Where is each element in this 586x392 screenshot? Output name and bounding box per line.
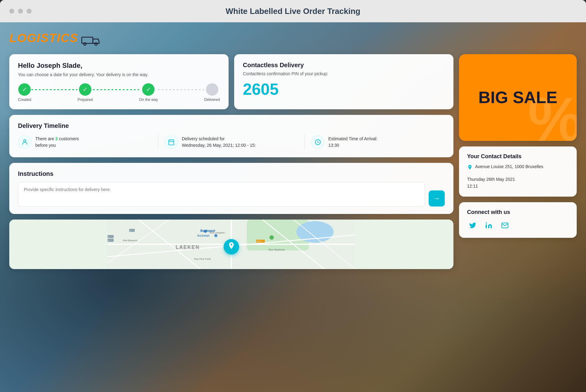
status-steps: ✓ Created ✓ Prepared ✓ On the way Delive… [18,83,220,102]
contactless-title: Contactless Delivery [243,62,445,69]
traffic-light-minimize[interactable] [18,9,23,14]
address-pin-icon [467,164,473,172]
contact-time: 12:11 [467,184,478,189]
hello-card: Hello Joseph Slade, You can choose a dat… [9,54,229,109]
location-pin-icon [227,242,235,252]
contact-title: Your Contact Details [467,153,569,160]
step-label-created: Created [18,98,31,102]
linkedin-icon[interactable] [483,220,494,231]
svg-text:Rue Stéphanie: Rue Stéphanie [269,248,285,251]
step-delivered: Delivered [204,83,220,102]
logo-truck-icon [81,35,100,47]
svg-text:LAEKEN: LAEKEN [176,245,200,250]
contact-date: Thursday 26th May 2021 [467,177,515,182]
contact-datetime: Thursday 26th May 2021 12:11 [467,176,569,190]
svg-rect-0 [82,37,93,43]
arrow-right-icon: → [433,194,440,203]
connect-title: Connect with us [467,209,569,216]
traffic-lights [9,9,32,14]
instructions-input-row: → [18,182,445,207]
svg-text:Rue Breesch: Rue Breesch [123,239,137,242]
hello-subtitle: You can choose a date for your delivery.… [18,72,220,77]
svg-point-29 [269,235,274,240]
right-column: % BIG SALE Your Contact Details Avenue L… [459,54,577,269]
timeline-divider-1 [158,134,158,150]
traffic-light-maximize[interactable] [27,9,32,14]
map-pin [224,239,239,255]
svg-point-28 [214,234,217,237]
logo-text: LOGISTICS [9,32,78,45]
timeline-card: Delivery Timeline There are 3 customersb… [9,115,453,157]
eta-text: Estimated Time of Arrival:13:30 [328,136,378,149]
svg-text:Bockstael: Bockstael [200,229,215,233]
instructions-input[interactable] [18,182,425,207]
svg-text:A: A [108,240,109,242]
timeline-divider-2 [304,134,305,150]
browser-chrome: White Labelled Live Order Tracking [0,0,586,22]
traffic-light-close[interactable] [9,9,14,14]
timeline-item-eta: Estimated Time of Arrival:13:30 [311,134,445,150]
svg-text:N277: N277 [257,241,261,242]
pin-code: 2605 [243,80,445,98]
clock-icon [311,135,325,149]
map-background: Rue Breesch Rue Léopold I Rue Stéphanie … [9,220,453,269]
step-circle-on-the-way: ✓ [142,83,155,96]
social-icons [467,220,569,231]
contactless-subtitle: Contactless confirmation PIN of your pic… [243,71,445,76]
connect-card: Connect with us [459,202,577,238]
step-circle-prepared: ✓ [79,83,91,96]
svg-point-38 [486,222,487,224]
content-container: LOGISTICS Hello Joseph Slade, You can ch… [0,22,586,275]
step-line-1 [31,89,78,90]
step-line-3 [158,89,204,90]
instructions-submit-button[interactable]: → [429,190,445,207]
logo-area: LOGISTICS [9,28,453,49]
step-circle-delivered [206,83,218,96]
timeline-items: There are 3 customersbefore you [18,134,445,150]
timeline-item-schedule: Delivery scheduled forWednesday, 26 May,… [164,134,298,150]
contact-address-row: Avenue Louise 251, 1000 Bruxelles [467,164,569,172]
step-label-prepared: Prepared [77,98,93,102]
step-line-2 [93,89,139,90]
page-title: White Labelled Live Order Tracking [9,7,577,16]
step-on-the-way: ✓ On the way [139,83,158,102]
instructions-title: Instructions [18,170,445,177]
customers-text: There are 3 customersbefore you [35,136,79,149]
instructions-card: Instructions → [9,163,453,214]
person-icon [18,135,32,149]
step-created: ✓ Created [18,83,31,102]
svg-point-27 [204,230,207,233]
step-label-delivered: Delivered [204,98,220,102]
contactless-card: Contactless Delivery Contactless confirm… [234,54,453,109]
svg-point-4 [24,140,26,142]
timeline-item-customers: There are 3 customersbefore you [18,134,152,150]
svg-text:A: A [130,230,131,232]
hello-title: Hello Joseph Slade, [18,62,220,70]
step-circle-created: ✓ [18,83,31,96]
schedule-text: Delivery scheduled forWednesday, 26 May,… [182,136,256,149]
svg-point-1 [84,43,86,45]
svg-text:Rue Fine Forêt: Rue Fine Forêt [194,258,211,260]
email-icon[interactable] [499,220,510,231]
sale-text: BIG SALE [478,88,557,107]
main-wrapper: LOGISTICS Hello Joseph Slade, You can ch… [0,22,586,392]
calendar-icon [164,135,178,149]
contact-card: Your Contact Details Avenue Louise 251, … [459,146,577,197]
svg-text:Bockstael: Bockstael [197,234,209,237]
step-prepared: ✓ Prepared [77,83,93,102]
svg-point-2 [95,43,97,45]
contact-address-text: Avenue Louise 251, 1000 Bruxelles [475,164,543,169]
timeline-title: Delivery Timeline [18,122,445,129]
svg-text:A: A [108,236,109,238]
step-label-on-the-way: On the way [139,98,158,102]
svg-rect-5 [169,140,174,145]
twitter-icon[interactable] [467,220,478,231]
map-card[interactable]: Rue Breesch Rue Léopold I Rue Stéphanie … [9,220,453,269]
sale-card: % BIG SALE [459,54,577,141]
